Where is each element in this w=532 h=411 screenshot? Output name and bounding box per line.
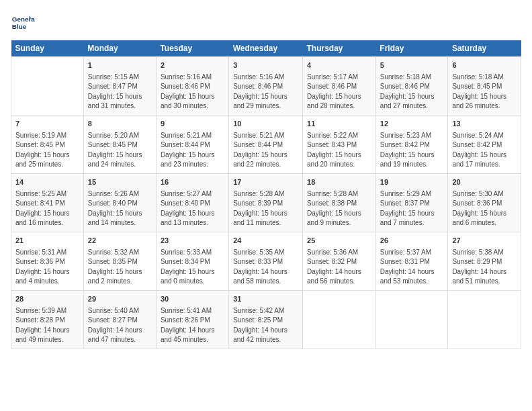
day-cell (448, 290, 521, 349)
day-cell (11, 57, 84, 116)
day-info: Sunrise: 5:28 AM Sunset: 8:38 PM Dayligh… (307, 189, 371, 228)
day-info: Sunrise: 5:27 AM Sunset: 8:40 PM Dayligh… (161, 189, 224, 228)
header-row: SundayMondayTuesdayWednesdayThursdayFrid… (11, 40, 521, 57)
day-info: Sunrise: 5:21 AM Sunset: 8:44 PM Dayligh… (161, 131, 224, 170)
day-number: 2 (161, 60, 224, 71)
day-number: 15 (88, 177, 152, 188)
day-number: 28 (15, 294, 79, 305)
day-cell: 13Sunrise: 5:24 AM Sunset: 8:42 PM Dayli… (448, 115, 521, 173)
week-row-1: 1Sunrise: 5:15 AM Sunset: 8:47 PM Daylig… (11, 57, 521, 116)
day-info: Sunrise: 5:21 AM Sunset: 8:44 PM Dayligh… (233, 131, 298, 170)
day-number: 18 (307, 177, 371, 188)
day-number: 25 (307, 236, 371, 246)
header-cell-saturday: Saturday (448, 40, 521, 57)
day-cell: 23Sunrise: 5:33 AM Sunset: 8:34 PM Dayli… (156, 232, 228, 290)
day-info: Sunrise: 5:41 AM Sunset: 8:26 PM Dayligh… (161, 306, 224, 345)
header-cell-tuesday: Tuesday (156, 40, 228, 57)
svg-text:Blue: Blue (12, 23, 27, 30)
day-number: 16 (161, 177, 224, 188)
day-info: Sunrise: 5:18 AM Sunset: 8:45 PM Dayligh… (452, 73, 517, 111)
day-number: 5 (380, 60, 444, 71)
day-cell: 20Sunrise: 5:30 AM Sunset: 8:36 PM Dayli… (448, 173, 521, 232)
day-number: 24 (233, 236, 298, 246)
day-number: 4 (307, 60, 371, 71)
day-info: Sunrise: 5:38 AM Sunset: 8:29 PM Dayligh… (452, 248, 517, 287)
day-cell: 8Sunrise: 5:20 AM Sunset: 8:45 PM Daylig… (83, 115, 156, 173)
day-info: Sunrise: 5:33 AM Sunset: 8:34 PM Dayligh… (161, 248, 224, 287)
day-info: Sunrise: 5:17 AM Sunset: 8:46 PM Dayligh… (307, 73, 371, 111)
day-info: Sunrise: 5:16 AM Sunset: 8:46 PM Dayligh… (233, 73, 298, 111)
day-number: 20 (452, 177, 517, 188)
day-cell: 31Sunrise: 5:42 AM Sunset: 8:25 PM Dayli… (229, 290, 303, 349)
day-info: Sunrise: 5:16 AM Sunset: 8:46 PM Dayligh… (161, 73, 224, 111)
day-cell: 9Sunrise: 5:21 AM Sunset: 8:44 PM Daylig… (156, 115, 228, 173)
day-number: 22 (88, 236, 152, 246)
day-info: Sunrise: 5:32 AM Sunset: 8:35 PM Dayligh… (88, 248, 152, 287)
day-info: Sunrise: 5:25 AM Sunset: 8:41 PM Dayligh… (15, 189, 79, 228)
day-number: 12 (380, 119, 444, 130)
day-info: Sunrise: 5:30 AM Sunset: 8:36 PM Dayligh… (452, 189, 517, 228)
day-info: Sunrise: 5:31 AM Sunset: 8:36 PM Dayligh… (15, 248, 79, 287)
day-info: Sunrise: 5:40 AM Sunset: 8:27 PM Dayligh… (88, 306, 152, 345)
day-cell: 17Sunrise: 5:28 AM Sunset: 8:39 PM Dayli… (229, 173, 303, 232)
day-number: 26 (380, 236, 444, 246)
day-cell: 21Sunrise: 5:31 AM Sunset: 8:36 PM Dayli… (11, 232, 84, 290)
day-number: 13 (452, 119, 517, 130)
day-number: 29 (88, 294, 152, 305)
day-cell: 10Sunrise: 5:21 AM Sunset: 8:44 PM Dayli… (229, 115, 303, 173)
day-info: Sunrise: 5:19 AM Sunset: 8:45 PM Dayligh… (15, 131, 79, 170)
day-info: Sunrise: 5:18 AM Sunset: 8:46 PM Dayligh… (380, 73, 444, 111)
day-info: Sunrise: 5:37 AM Sunset: 8:31 PM Dayligh… (380, 248, 444, 287)
day-cell: 24Sunrise: 5:35 AM Sunset: 8:33 PM Dayli… (229, 232, 303, 290)
day-cell: 6Sunrise: 5:18 AM Sunset: 8:45 PM Daylig… (448, 57, 521, 116)
day-cell: 29Sunrise: 5:40 AM Sunset: 8:27 PM Dayli… (83, 290, 156, 349)
week-row-2: 7Sunrise: 5:19 AM Sunset: 8:45 PM Daylig… (11, 115, 521, 173)
day-cell: 16Sunrise: 5:27 AM Sunset: 8:40 PM Dayli… (156, 173, 228, 232)
calendar-body: 1Sunrise: 5:15 AM Sunset: 8:47 PM Daylig… (11, 57, 521, 349)
day-number: 10 (233, 119, 298, 130)
day-info: Sunrise: 5:36 AM Sunset: 8:32 PM Dayligh… (307, 248, 371, 287)
day-cell: 30Sunrise: 5:41 AM Sunset: 8:26 PM Dayli… (156, 290, 228, 349)
header-cell-wednesday: Wednesday (229, 40, 303, 57)
week-row-4: 21Sunrise: 5:31 AM Sunset: 8:36 PM Dayli… (11, 232, 521, 290)
day-cell: 2Sunrise: 5:16 AM Sunset: 8:46 PM Daylig… (156, 57, 228, 116)
day-info: Sunrise: 5:15 AM Sunset: 8:47 PM Dayligh… (88, 73, 152, 111)
day-info: Sunrise: 5:28 AM Sunset: 8:39 PM Dayligh… (233, 189, 298, 228)
day-info: Sunrise: 5:35 AM Sunset: 8:33 PM Dayligh… (233, 248, 298, 287)
day-cell: 5Sunrise: 5:18 AM Sunset: 8:46 PM Daylig… (375, 57, 448, 116)
day-cell: 28Sunrise: 5:39 AM Sunset: 8:28 PM Dayli… (11, 290, 84, 349)
week-row-3: 14Sunrise: 5:25 AM Sunset: 8:41 PM Dayli… (11, 173, 521, 232)
day-cell: 22Sunrise: 5:32 AM Sunset: 8:35 PM Dayli… (83, 232, 156, 290)
day-number: 27 (452, 236, 517, 246)
day-info: Sunrise: 5:26 AM Sunset: 8:40 PM Dayligh… (88, 189, 152, 228)
logo: General Blue (11, 11, 35, 35)
day-cell: 15Sunrise: 5:26 AM Sunset: 8:40 PM Dayli… (83, 173, 156, 232)
day-cell: 4Sunrise: 5:17 AM Sunset: 8:46 PM Daylig… (303, 57, 376, 116)
day-cell: 1Sunrise: 5:15 AM Sunset: 8:47 PM Daylig… (83, 57, 156, 116)
day-number: 19 (380, 177, 444, 188)
header-cell-sunday: Sunday (11, 40, 84, 57)
day-info: Sunrise: 5:39 AM Sunset: 8:28 PM Dayligh… (15, 306, 79, 345)
day-number: 8 (88, 119, 152, 130)
day-info: Sunrise: 5:24 AM Sunset: 8:42 PM Dayligh… (452, 131, 517, 170)
page-header: General Blue (11, 11, 521, 35)
day-number: 9 (161, 119, 224, 130)
calendar-header: SundayMondayTuesdayWednesdayThursdayFrid… (11, 40, 521, 57)
day-cell: 26Sunrise: 5:37 AM Sunset: 8:31 PM Dayli… (375, 232, 448, 290)
day-number: 31 (233, 294, 298, 305)
day-number: 3 (233, 60, 298, 71)
day-number: 30 (161, 294, 224, 305)
day-number: 6 (452, 60, 517, 71)
header-cell-friday: Friday (375, 40, 448, 57)
day-cell: 25Sunrise: 5:36 AM Sunset: 8:32 PM Dayli… (303, 232, 376, 290)
week-row-5: 28Sunrise: 5:39 AM Sunset: 8:28 PM Dayli… (11, 290, 521, 349)
header-cell-monday: Monday (83, 40, 156, 57)
day-number: 21 (15, 236, 79, 246)
day-info: Sunrise: 5:20 AM Sunset: 8:45 PM Dayligh… (88, 131, 152, 170)
day-number: 7 (15, 119, 79, 130)
day-info: Sunrise: 5:42 AM Sunset: 8:25 PM Dayligh… (233, 306, 298, 345)
day-cell (303, 290, 376, 349)
day-cell: 19Sunrise: 5:29 AM Sunset: 8:37 PM Dayli… (375, 173, 448, 232)
logo-icon: General Blue (11, 11, 35, 35)
day-number: 14 (15, 177, 79, 188)
